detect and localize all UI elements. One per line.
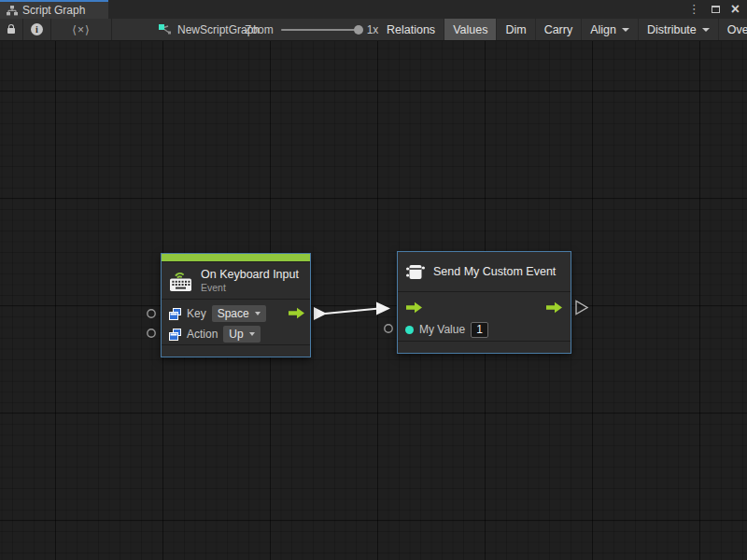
- port-triangle-output[interactable]: [576, 301, 587, 315]
- port-row-my-value: My Value 1: [398, 318, 571, 341]
- distribute-label: Distribute: [647, 23, 697, 36]
- literal-icon: [169, 329, 181, 341]
- action-dropdown[interactable]: Up: [223, 326, 260, 343]
- dim-button[interactable]: Dim: [497, 19, 535, 40]
- zoom-value: 1x: [367, 23, 379, 36]
- zoom-control: Zoom 1x: [245, 19, 378, 40]
- code-view-button[interactable]: ⟨×⟩: [51, 19, 111, 40]
- align-button[interactable]: Align: [582, 19, 639, 40]
- window-controls: ⋮ ×: [688, 0, 740, 19]
- chevron-down-icon: [622, 28, 629, 32]
- node-subtitle: Event: [201, 282, 299, 293]
- carry-button[interactable]: Carry: [536, 19, 583, 40]
- zoom-label: Zoom: [245, 23, 274, 36]
- port-circle-my-value[interactable]: [385, 325, 392, 332]
- port-row-action: Action Up: [162, 324, 310, 344]
- overview-label: Overview: [727, 23, 747, 36]
- toolbar-buttons: Relations Values Dim Carry Align Distrib…: [378, 19, 747, 40]
- lock-icon: [7, 28, 15, 34]
- port-label-my-value: My Value: [419, 323, 465, 336]
- port-circle-action[interactable]: [148, 329, 155, 337]
- flow-output-arrow[interactable]: [288, 307, 305, 319]
- zoom-slider[interactable]: [281, 29, 359, 31]
- distribute-button[interactable]: Distribute: [639, 19, 719, 40]
- port-label-action: Action: [187, 328, 218, 341]
- values-button[interactable]: Values: [444, 19, 497, 40]
- lock-button[interactable]: [0, 19, 22, 40]
- wire[interactable]: [325, 309, 379, 315]
- align-label: Align: [590, 23, 616, 36]
- maximize-icon[interactable]: [712, 6, 720, 13]
- chevron-down-icon: [702, 28, 710, 32]
- values-label: Values: [453, 23, 487, 36]
- node-send-my-custom-event[interactable]: Send My Custom Event My Value 1: [397, 251, 571, 354]
- chevron-down-icon: [249, 332, 255, 336]
- port-circle-key[interactable]: [148, 310, 155, 317]
- overflow-menu-icon[interactable]: ⋮: [688, 0, 700, 19]
- value-port-icon[interactable]: [405, 326, 414, 334]
- graph-icon: [159, 24, 172, 35]
- custom-event-icon: [405, 262, 426, 282]
- node-footer: [398, 341, 571, 353]
- node-body: My Value 1: [398, 292, 571, 341]
- node-title: Send My Custom Event: [433, 265, 556, 278]
- node-on-keyboard-input[interactable]: On Keyboard Input Event Key Space: [161, 253, 311, 357]
- graph-toolbar: i ⟨×⟩ NewScriptGraph Zoom 1x Relations V…: [0, 19, 747, 41]
- close-icon[interactable]: ×: [731, 1, 740, 18]
- tab-title: Script Graph: [22, 4, 85, 17]
- wires-layer: [0, 41, 747, 560]
- node-titles: On Keyboard Input Event: [201, 268, 299, 293]
- info-button[interactable]: i: [23, 19, 50, 40]
- node-footer: [162, 344, 310, 357]
- info-icon: i: [31, 23, 43, 35]
- flow-row: [398, 296, 571, 318]
- graph-canvas[interactable]: On Keyboard Input Event Key Space: [0, 41, 747, 560]
- relations-label: Relations: [387, 23, 435, 36]
- wire-start-triangle[interactable]: [314, 307, 327, 320]
- chevron-down-icon: [255, 312, 261, 315]
- keyboard-icon: [169, 270, 193, 292]
- flow-output-arrow[interactable]: [545, 301, 563, 314]
- overview-button[interactable]: Overview: [719, 19, 747, 40]
- node-header: Send My Custom Event: [398, 252, 571, 292]
- hierarchy-icon: [7, 6, 18, 16]
- node-title: On Keyboard Input: [201, 268, 299, 281]
- tab-bar: Script Graph ⋮ ×: [0, 0, 747, 19]
- code-icon: ⟨×⟩: [72, 23, 90, 36]
- action-dropdown-value: Up: [229, 328, 243, 341]
- key-dropdown[interactable]: Space: [212, 305, 266, 322]
- dim-label: Dim: [505, 23, 526, 36]
- carry-label: Carry: [544, 23, 573, 36]
- relations-button[interactable]: Relations: [378, 19, 444, 40]
- tab-script-graph[interactable]: Script Graph: [0, 0, 108, 19]
- key-dropdown-value: Space: [218, 307, 249, 320]
- node-accent-bar: [162, 254, 310, 262]
- zoom-slider-handle[interactable]: [354, 25, 363, 35]
- port-label-key: Key: [187, 307, 206, 320]
- my-value-input[interactable]: 1: [471, 322, 488, 338]
- separator: [111, 19, 112, 40]
- node-header: On Keyboard Input Event: [162, 262, 310, 300]
- literal-icon: [169, 308, 181, 320]
- flow-input-arrow[interactable]: [405, 301, 423, 314]
